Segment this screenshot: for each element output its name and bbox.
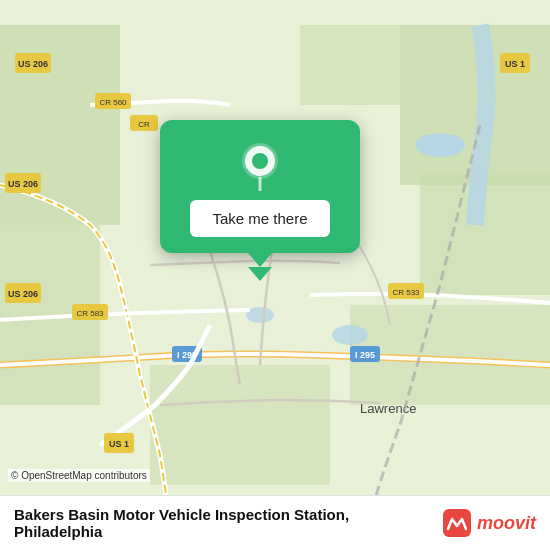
svg-text:I 295: I 295 [355,350,375,360]
svg-text:CR 533: CR 533 [392,288,420,297]
popup-pointer [248,253,272,267]
map-container: I 295 I 295 US 206 US 206 US 206 US 1 US… [0,0,550,550]
svg-text:US 1: US 1 [505,59,525,69]
svg-text:CR 583: CR 583 [76,309,104,318]
moovit-logo: moovit [441,507,536,539]
svg-rect-36 [443,509,471,537]
svg-point-7 [415,133,465,157]
svg-text:US 206: US 206 [18,59,48,69]
bottom-bar: Bakers Basin Motor Vehicle Inspection St… [0,495,550,550]
location-info: Bakers Basin Motor Vehicle Inspection St… [14,506,349,540]
svg-text:US 206: US 206 [8,289,38,299]
svg-point-8 [332,325,368,345]
popup-card: Take me there [160,120,360,253]
map-svg: I 295 I 295 US 206 US 206 US 206 US 1 US… [0,0,550,550]
map-attribution: © OpenStreetMap contributors [8,469,150,482]
moovit-text: moovit [477,513,536,534]
svg-text:US 1: US 1 [109,439,129,449]
pin-svg [238,139,282,191]
svg-point-9 [246,307,274,323]
moovit-icon-svg [441,507,473,539]
svg-rect-4 [300,25,400,105]
take-me-there-button[interactable]: Take me there [190,200,329,237]
svg-text:US 206: US 206 [8,179,38,189]
location-pin-icon [235,140,285,190]
location-title: Bakers Basin Motor Vehicle Inspection St… [14,506,349,540]
svg-point-35 [252,153,268,169]
svg-text:CR 560: CR 560 [99,98,127,107]
svg-text:CR: CR [138,120,150,129]
location-popup: Take me there [150,120,370,267]
